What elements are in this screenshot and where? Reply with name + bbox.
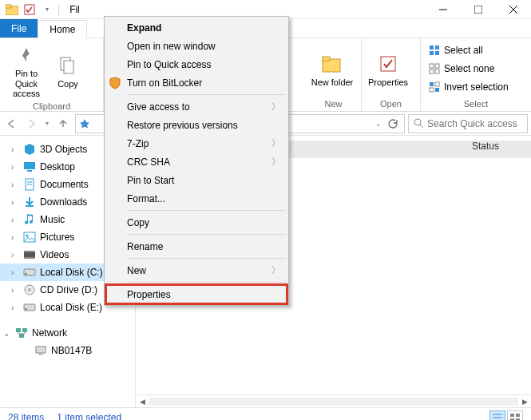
menu-item-7-zip[interactable]: 7-Zip〉 xyxy=(106,134,287,153)
svg-rect-36 xyxy=(24,257,35,259)
svg-rect-19 xyxy=(435,69,439,73)
svg-rect-47 xyxy=(38,354,43,355)
quick-access-star-icon xyxy=(79,118,90,129)
copy-icon xyxy=(56,53,80,77)
copy-button[interactable]: Copy xyxy=(51,50,85,89)
chevron-right-icon: 〉 xyxy=(271,156,280,168)
recent-locations-button[interactable]: ▾ xyxy=(42,115,53,133)
close-button[interactable] xyxy=(496,0,531,19)
scroll-left-button[interactable]: ◀ xyxy=(136,398,149,406)
tab-file[interactable]: File xyxy=(0,19,38,38)
svg-rect-52 xyxy=(516,414,520,417)
svg-rect-20 xyxy=(430,82,434,86)
svg-rect-22 xyxy=(430,88,434,92)
chevron-down-icon[interactable]: ⌄ xyxy=(375,120,382,128)
tree-item-network-pc[interactable]: NB0147B xyxy=(0,342,135,359)
expand-icon[interactable]: › xyxy=(11,251,19,260)
properties-qat-icon[interactable] xyxy=(22,2,37,17)
search-input[interactable]: Search Quick access xyxy=(408,114,528,133)
svg-rect-14 xyxy=(430,51,434,55)
column-header-status[interactable]: Status xyxy=(472,141,499,152)
expand-icon[interactable]: › xyxy=(11,180,19,189)
select-none-button[interactable]: Select none xyxy=(426,60,511,77)
svg-rect-43 xyxy=(16,328,21,332)
large-icons-view-button[interactable] xyxy=(507,410,523,421)
pin-to-quick-access-button[interactable]: Pin to Quick access xyxy=(5,40,48,99)
group-label-open: Open xyxy=(362,98,420,111)
svg-rect-27 xyxy=(27,170,32,172)
new-folder-icon xyxy=(320,52,344,76)
svg-rect-44 xyxy=(22,328,27,332)
expand-icon[interactable]: › xyxy=(11,198,19,207)
menu-item-properties[interactable]: Properties xyxy=(106,285,287,303)
menu-item-crc-sha[interactable]: CRC SHA〉 xyxy=(106,153,287,171)
svg-rect-26 xyxy=(24,162,35,169)
expand-icon[interactable]: › xyxy=(11,233,19,242)
network-icon xyxy=(14,327,29,339)
menu-item-pin-to-start[interactable]: Pin to Start xyxy=(106,171,287,189)
horizontal-scrollbar[interactable]: ◀ ▶ xyxy=(136,394,531,407)
maximize-button[interactable] xyxy=(461,0,496,19)
expand-icon[interactable]: › xyxy=(11,303,19,312)
menu-item-restore-previous-versions[interactable]: Restore previous versions xyxy=(106,116,287,134)
window-title: Fil xyxy=(65,4,426,15)
scroll-right-button[interactable]: ▶ xyxy=(518,398,531,406)
tab-home[interactable]: Home xyxy=(38,20,87,38)
expand-icon[interactable]: › xyxy=(11,163,19,172)
menu-item-give-access-to[interactable]: Give access to〉 xyxy=(106,97,287,116)
menu-item-new[interactable]: New〉 xyxy=(106,261,287,279)
new-folder-button[interactable]: New folder xyxy=(311,49,354,88)
tree-item-network[interactable]: ⌄Network xyxy=(0,324,135,342)
back-button[interactable] xyxy=(3,115,21,133)
computer-icon xyxy=(34,346,48,355)
svg-point-24 xyxy=(414,119,421,125)
menu-item-format-[interactable]: Format... xyxy=(106,189,287,208)
menu-item-open-in-new-window[interactable]: Open in new window xyxy=(106,37,287,55)
svg-rect-1 xyxy=(6,5,11,8)
folder-icon xyxy=(5,2,19,17)
expand-icon[interactable]: › xyxy=(11,286,19,295)
disk-icon xyxy=(22,267,37,277)
svg-rect-38 xyxy=(25,273,27,275)
svg-rect-13 xyxy=(435,46,439,50)
invert-selection-button[interactable]: Invert selection xyxy=(426,78,511,96)
expand-icon[interactable]: › xyxy=(11,268,19,277)
status-bar: 28 items 1 item selected xyxy=(0,407,531,420)
pic-icon xyxy=(22,232,37,243)
select-none-icon xyxy=(428,62,441,75)
svg-line-25 xyxy=(420,125,423,128)
minimize-button[interactable] xyxy=(426,0,461,19)
invert-selection-icon xyxy=(428,81,441,93)
menu-item-rename[interactable]: Rename xyxy=(106,237,287,256)
forward-button[interactable] xyxy=(22,115,40,133)
select-all-button[interactable]: Select all xyxy=(426,42,511,59)
shield-icon xyxy=(109,77,124,89)
svg-rect-21 xyxy=(435,82,439,86)
menu-item-pin-to-quick-access[interactable]: Pin to Quick access xyxy=(106,55,287,73)
svg-rect-8 xyxy=(64,61,73,73)
search-icon xyxy=(414,118,424,129)
menu-item-expand[interactable]: Expand xyxy=(106,18,287,37)
refresh-button[interactable] xyxy=(386,118,398,129)
expand-icon[interactable]: › xyxy=(11,216,19,224)
up-button[interactable] xyxy=(54,115,72,133)
svg-point-40 xyxy=(29,289,31,291)
svg-rect-17 xyxy=(435,64,439,68)
svg-rect-16 xyxy=(430,64,434,68)
expand-icon[interactable]: › xyxy=(11,145,19,154)
group-label-select: Select xyxy=(421,98,531,111)
desktop-icon xyxy=(22,161,37,172)
svg-rect-12 xyxy=(430,46,434,50)
svg-rect-10 xyxy=(323,57,330,61)
details-view-button[interactable] xyxy=(489,410,505,421)
svg-rect-42 xyxy=(25,308,27,310)
svg-rect-35 xyxy=(24,251,35,252)
menu-item-turn-on-bitlocker[interactable]: Turn on BitLocker xyxy=(106,73,287,92)
menu-item-copy[interactable]: Copy xyxy=(106,213,287,232)
svg-rect-51 xyxy=(510,414,514,417)
dropdown-icon[interactable]: ▾ xyxy=(40,2,54,17)
svg-point-33 xyxy=(26,235,29,237)
collapse-icon[interactable]: ⌄ xyxy=(3,329,11,338)
svg-rect-15 xyxy=(435,51,439,55)
properties-button[interactable]: Properties xyxy=(367,49,410,88)
